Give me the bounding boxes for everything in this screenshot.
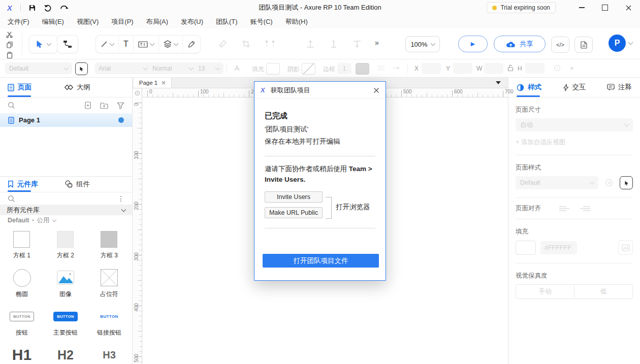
vertical-ruler[interactable]: 0 100 200 300 400 500 (133, 97, 142, 364)
open-team-project-button[interactable]: 打开团队项目文件 (263, 254, 379, 268)
y-field[interactable] (453, 63, 472, 74)
x-field[interactable] (422, 63, 441, 74)
ruler-origin-button[interactable] (133, 88, 142, 98)
tab-notes[interactable]: 注释 (607, 83, 632, 92)
menu-item-file[interactable]: 文件(F) (8, 17, 29, 26)
font-family-select[interactable]: Arial (94, 62, 151, 74)
inspect-code-button[interactable]: </> (551, 37, 569, 53)
share-button[interactable]: 共享 (494, 36, 546, 52)
invite-users-button[interactable]: Invite Users (265, 191, 323, 203)
w-field[interactable] (484, 63, 503, 74)
select-style-button[interactable] (75, 62, 88, 75)
menu-item-help[interactable]: 帮助(H) (285, 17, 308, 26)
layers-tool-button[interactable] (159, 36, 183, 53)
font-weight-select[interactable]: Normal (148, 62, 197, 74)
widget-primary-button[interactable]: BUTTON主要按钮 (53, 306, 78, 337)
widget-box2[interactable]: 方框 2 (57, 229, 74, 260)
components-icon (65, 180, 73, 188)
save-icon[interactable] (29, 5, 36, 11)
notes-doc-button[interactable] (574, 37, 593, 53)
lock-ratio-icon[interactable] (507, 64, 514, 72)
maximize-button[interactable] (593, 0, 617, 15)
select-page-style-button[interactable] (620, 176, 633, 189)
close-button[interactable] (617, 0, 640, 15)
page-size-select[interactable]: 自动 (516, 118, 633, 131)
zoom-select[interactable]: 100% (405, 36, 440, 52)
tab-style[interactable]: 样式 (517, 83, 541, 92)
filter-icon[interactable] (117, 102, 124, 109)
menu-item-project[interactable]: 项目(P) (111, 17, 133, 26)
widget-h1[interactable]: H1 (12, 345, 31, 364)
arrow-style-icon (392, 65, 400, 71)
page-style-select[interactable]: Default (516, 176, 598, 189)
add-page-icon[interactable] (84, 102, 91, 109)
style-preset-select[interactable]: Default (5, 62, 72, 74)
shadow-swatch[interactable] (302, 63, 315, 75)
kebab-menu-icon[interactable]: ⋮ (117, 196, 124, 201)
h-field[interactable] (525, 63, 545, 74)
widget-h3[interactable]: H3 (103, 345, 116, 364)
menu-item-edit[interactable]: 编辑(E) (42, 17, 64, 26)
font-color-button[interactable]: A (235, 64, 239, 72)
widget-box3[interactable]: 方框 3 (101, 229, 118, 260)
line-tool-button[interactable] (96, 36, 119, 53)
text-tool-button[interactable]: T (119, 36, 134, 53)
link-button-widget-icon: BUTTON (100, 314, 118, 319)
widget-h2[interactable]: H2 (57, 345, 74, 364)
textfield-tool-button[interactable] (134, 36, 159, 53)
widget-placeholder[interactable]: 占位符 (100, 268, 118, 299)
account-chevron-icon[interactable] (628, 40, 633, 45)
tab-components[interactable]: 组件 (65, 180, 90, 189)
border-color-swatch[interactable] (356, 63, 369, 75)
paste-icon[interactable] (7, 52, 13, 58)
add-folder-icon[interactable] (100, 102, 108, 109)
widget-button[interactable]: BUTTON按钮 (10, 306, 34, 337)
preview-button[interactable]: ▶ (458, 36, 488, 52)
fidelity-manual-button[interactable]: 手动 (516, 285, 574, 299)
border-width-field[interactable]: 1 (337, 63, 351, 74)
copy-icon[interactable] (7, 42, 13, 48)
fidelity-low-button[interactable]: 低 (574, 285, 632, 299)
canvas-tab-page1[interactable]: Page 1 (134, 78, 172, 88)
account-avatar[interactable]: P (609, 35, 626, 52)
fill-image-button[interactable] (618, 240, 633, 255)
toolbar-more-button[interactable]: » (375, 39, 378, 47)
make-url-public-button[interactable]: Make URL Public (265, 207, 323, 218)
menu-item-view[interactable]: 视图(V) (77, 17, 99, 26)
minimize-button[interactable] (570, 0, 593, 15)
add-adaptive-view-link[interactable]: + 添加自适应视图 (516, 138, 633, 147)
select-tool-button[interactable] (29, 35, 57, 53)
font-size-select[interactable]: 13 (194, 62, 223, 74)
undo-icon[interactable] (44, 4, 52, 12)
trial-badge[interactable]: Trial expiring soon (487, 2, 556, 13)
library-filter-select[interactable]: 所有元件库 (0, 205, 132, 215)
tab-list-dropdown-icon[interactable] (496, 81, 501, 84)
menu-item-account[interactable]: 账号(C) (250, 17, 273, 26)
stylebar-more-button[interactable]: » (570, 64, 573, 72)
search-icon[interactable] (8, 102, 15, 109)
library-group-header[interactable]: Default • 公用 (0, 215, 132, 225)
widget-image[interactable]: 图像 (57, 268, 74, 299)
tab-pages[interactable]: 页面 (8, 83, 65, 92)
text-icon: T (123, 40, 129, 49)
search-icon[interactable] (8, 195, 15, 203)
menu-item-layout[interactable]: 布局(A) (146, 17, 168, 26)
cut-icon[interactable] (6, 31, 13, 38)
fill-color-swatch[interactable] (266, 63, 280, 75)
tab-libraries[interactable]: 元件库 (8, 180, 65, 189)
fill-hex-field[interactable]: #FFFFFF (540, 241, 577, 254)
tab-interactions[interactable]: 交互 (563, 83, 586, 92)
close-tab-icon[interactable] (162, 81, 166, 85)
page-list-item-page1[interactable]: Page 1 (0, 113, 132, 127)
redo-icon[interactable] (60, 4, 69, 12)
dialog-close-button[interactable] (373, 87, 379, 93)
widget-ellipse[interactable]: 椭圆 (13, 268, 31, 299)
pen-tool-button[interactable] (183, 36, 200, 53)
page-fill-swatch[interactable] (516, 241, 536, 255)
tab-outline[interactable]: 大纲 (65, 83, 90, 92)
widget-link-button[interactable]: BUTTON链接按钮 (97, 306, 121, 337)
menu-item-publish[interactable]: 发布(U) (181, 17, 203, 26)
connector-tool-button[interactable] (57, 35, 78, 53)
menu-item-team[interactable]: 团队(T) (216, 17, 238, 26)
widget-box1[interactable]: 方框 1 (13, 229, 30, 260)
